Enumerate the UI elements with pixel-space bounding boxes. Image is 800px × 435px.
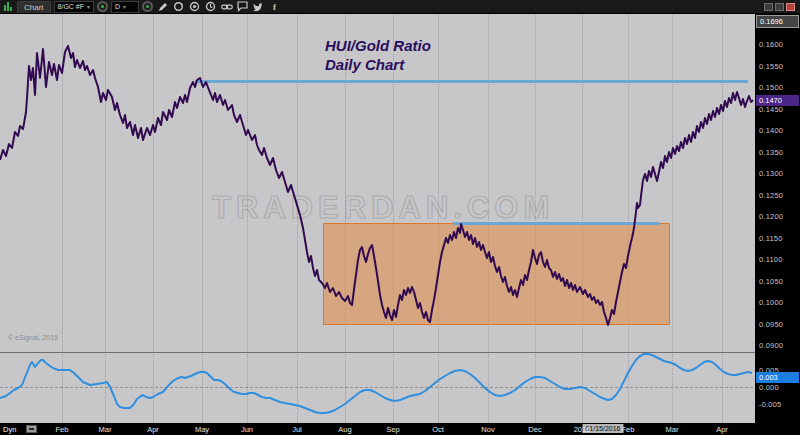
- y-axis-tick-label: 0.1250: [759, 191, 783, 200]
- x-axis-month-label: Apr: [147, 425, 159, 434]
- chevron-down-icon[interactable]: ▾: [123, 4, 126, 10]
- time-axis[interactable]: Dyn 01/15/2016 FebMarAprMayJunJulAugSepO…: [0, 423, 800, 435]
- x-axis-month-label: Nov: [481, 425, 494, 434]
- x-axis-month-label: Dec: [528, 425, 541, 434]
- y-axis-tick-label: 0.1300: [759, 169, 783, 178]
- chart-title-line2: Daily Chart: [325, 55, 431, 74]
- toolbar: Chart 8/GC #F ▾ D ▾ f: [0, 0, 800, 14]
- y-axis-tick-label: 0.1000: [759, 298, 783, 307]
- y-axis-tick-label: 0.1150: [759, 234, 783, 243]
- clock-icon[interactable]: [204, 1, 217, 13]
- scale-high-label: 0.1696: [756, 15, 799, 28]
- window-controls: [764, 3, 795, 11]
- pane-divider[interactable]: [0, 352, 755, 353]
- copyright-text: © eSignal, 2015: [8, 334, 58, 341]
- chart-plot-area[interactable]: TRADERDAN.COM HUI/Gold Ratio Daily Chart…: [0, 14, 755, 423]
- dyn-label[interactable]: Dyn: [3, 425, 16, 434]
- y-axis-tick-label: 0.1100: [759, 255, 783, 264]
- x-axis-month-label: Apr: [716, 425, 728, 434]
- y-axis-tick-label: 0.1400: [759, 126, 783, 135]
- time-template-icon[interactable]: [26, 425, 37, 433]
- x-axis-month-label: Feb: [622, 425, 635, 434]
- esignal-logo-icon: [4, 2, 12, 11]
- interval-value: D: [115, 3, 120, 10]
- x-axis-month-label: Mar: [99, 425, 112, 434]
- link-icon[interactable]: [220, 1, 233, 13]
- indicator-tick-label: -0.005: [759, 400, 781, 409]
- y-axis-tick-label: 0.1350: [759, 148, 783, 157]
- facebook-icon[interactable]: f: [268, 1, 281, 13]
- symbol-input[interactable]: 8/GC #F ▾: [54, 1, 94, 13]
- x-axis-month-label: May: [195, 425, 209, 434]
- x-axis-month-label: Mar: [666, 425, 679, 434]
- pencil-icon[interactable]: [156, 1, 169, 13]
- price-and-indicator-series: [0, 14, 755, 423]
- symbol-go-button[interactable]: [97, 1, 108, 12]
- maximize-button[interactable]: [775, 3, 784, 11]
- x-axis-month-label: Jun: [241, 425, 253, 434]
- interval-go-button[interactable]: [142, 1, 153, 12]
- chat-icon[interactable]: [236, 1, 249, 13]
- x-axis-month-label: Sep: [386, 425, 399, 434]
- x-axis-month-label: Aug: [338, 425, 351, 434]
- chevron-down-icon[interactable]: ▾: [87, 4, 90, 10]
- x-axis-month-label: Feb: [56, 425, 69, 434]
- y-axis-tick-label: 0.0900: [759, 341, 783, 350]
- chart-application-window: Chart 8/GC #F ▾ D ▾ f: [0, 0, 800, 435]
- minimize-button[interactable]: [764, 3, 773, 11]
- twitter-icon[interactable]: [252, 1, 265, 13]
- x-axis-month-label: Oct: [432, 425, 444, 434]
- record-icon[interactable]: [188, 1, 201, 13]
- symbol-value: 8/GC #F: [58, 3, 84, 10]
- y-axis-tick-label: 0.0950: [759, 320, 783, 329]
- y-axis-tick-label: 0.1200: [759, 212, 783, 221]
- interval-input[interactable]: D ▾: [111, 1, 139, 13]
- chart-title: HUI/Gold Ratio Daily Chart: [325, 36, 431, 74]
- x-axis-month-label: Jul: [292, 425, 302, 434]
- close-button[interactable]: [786, 3, 795, 11]
- refresh-icon[interactable]: [172, 1, 185, 13]
- chart-title-line1: HUI/Gold Ratio: [325, 36, 431, 55]
- indicator-line-series: [0, 354, 752, 413]
- y-axis-tick-label: 0.1550: [759, 62, 783, 71]
- price-axis[interactable]: 0.1696 0.1470 0.003 0.16500.16000.15500.…: [755, 14, 800, 423]
- y-axis-tick-label: 0.1050: [759, 277, 783, 286]
- y-axis-tick-label: 0.1500: [759, 83, 783, 92]
- y-axis-tick-label: 0.1600: [759, 40, 783, 49]
- tab-chart[interactable]: Chart: [17, 1, 51, 13]
- indicator-value-label: 0.003: [756, 372, 799, 383]
- x-axis-month-label: 2016: [574, 425, 591, 434]
- indicator-tick-label: 0.000: [759, 383, 779, 392]
- price-line-series: [0, 46, 753, 325]
- last-price-label: 0.1470: [756, 95, 799, 106]
